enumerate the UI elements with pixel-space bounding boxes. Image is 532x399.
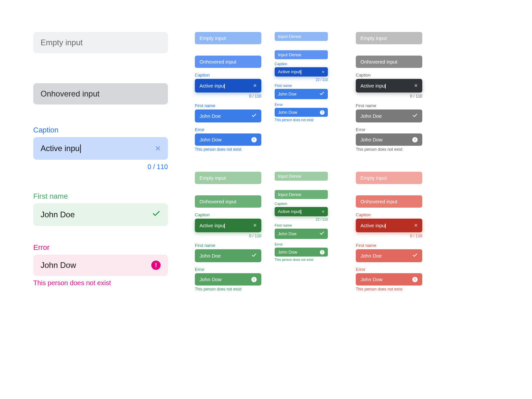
blue-variant-column: Empty input Onhovered input Caption Acti… xyxy=(195,32,261,152)
error-input[interactable]: John Dow ! xyxy=(33,255,168,276)
valid-input-label: First name xyxy=(356,103,422,108)
green-variant-column: Empty input Onhovered input Caption Acti… xyxy=(195,172,261,292)
valid-input[interactable]: John Doe xyxy=(356,249,422,262)
text-cursor-icon xyxy=(224,224,225,228)
active-input[interactable]: Active input × xyxy=(275,67,328,77)
empty-input-placeholder: Empty input xyxy=(41,38,83,47)
error-input-label: Error xyxy=(275,242,328,246)
valid-input[interactable]: John Doe xyxy=(356,109,422,122)
hovered-input[interactable]: Onhovered input xyxy=(195,195,261,208)
error-input-label: Error xyxy=(195,127,261,132)
active-input-counter: 0 / 110 xyxy=(195,94,261,99)
red-variant-column: Empty input Onhovered input Caption Acti… xyxy=(356,172,422,292)
input-placeholder: Empty input xyxy=(200,175,226,181)
hovered-input[interactable]: Onhovered input xyxy=(356,56,422,68)
active-input-value: Active input xyxy=(278,69,301,75)
error-input[interactable]: John Dow ! xyxy=(195,273,261,286)
error-icon: ! xyxy=(251,277,257,282)
clear-icon[interactable]: × xyxy=(322,209,325,214)
empty-input[interactable]: Input Dense xyxy=(275,32,328,41)
valid-input-label: First name xyxy=(195,243,261,248)
empty-input[interactable]: Empty input xyxy=(356,32,422,44)
input-placeholder: Empty input xyxy=(360,35,387,41)
valid-input[interactable]: John Doe xyxy=(195,109,261,122)
error-input[interactable]: John Dow ! xyxy=(275,248,328,257)
valid-input[interactable]: John Doe xyxy=(195,249,261,262)
active-input-label: Caption xyxy=(275,202,328,206)
valid-input-label: First name xyxy=(275,84,328,88)
error-helper-text: This person does not exist xyxy=(275,118,328,122)
valid-input-value: John Doe xyxy=(41,210,75,219)
input-placeholder: Onhovered input xyxy=(200,199,236,204)
valid-input[interactable]: John Doe xyxy=(275,89,328,99)
active-input[interactable]: Active inpu × xyxy=(33,137,168,160)
valid-input[interactable]: John Doe xyxy=(33,203,168,226)
error-helper-text: This person does not exist xyxy=(275,258,328,262)
checkmark-icon xyxy=(319,231,325,237)
large-showcase-column: Empty input Onhovered input Caption Acti… xyxy=(33,32,168,287)
error-input[interactable]: John Dow ! xyxy=(275,108,328,117)
valid-input-value: John Doe xyxy=(360,113,382,119)
error-input-label: Error xyxy=(275,102,328,106)
error-icon: ! xyxy=(320,250,325,255)
input-placeholder: Input Dense xyxy=(278,34,301,39)
error-input-value: John Dow xyxy=(278,110,297,115)
clear-icon[interactable]: × xyxy=(414,222,418,229)
valid-input-label: First name xyxy=(275,223,328,227)
active-input-value: Active inpu xyxy=(41,144,81,153)
checkmark-icon xyxy=(412,253,418,259)
active-input-label: Caption xyxy=(356,212,422,217)
active-input[interactable]: Active inpu × xyxy=(195,79,261,93)
error-icon: ! xyxy=(151,261,161,270)
checkmark-icon xyxy=(319,91,325,97)
valid-input-value: John Doe xyxy=(278,92,297,97)
valid-input-value: John Doe xyxy=(200,253,221,259)
checkmark-icon xyxy=(152,209,161,220)
active-input-value: Active inpu xyxy=(200,223,225,228)
clear-icon[interactable]: × xyxy=(414,82,418,89)
hovered-input[interactable]: Input Dense xyxy=(275,50,328,59)
error-input-group: Error John Dow ! This person does not ex… xyxy=(33,243,168,287)
empty-input[interactable]: Empty input xyxy=(195,172,261,184)
error-input-label: Error xyxy=(356,267,422,272)
hovered-input[interactable]: Onhovered input xyxy=(356,195,422,208)
error-input[interactable]: John Dow ! xyxy=(195,133,261,146)
hovered-input[interactable]: Input Dense xyxy=(275,190,328,199)
active-input[interactable]: Active inpu × xyxy=(195,219,261,232)
empty-input[interactable]: Empty input xyxy=(33,32,168,53)
valid-input-value: John Doe xyxy=(278,231,297,236)
clear-icon[interactable]: × xyxy=(155,143,161,154)
checkmark-icon xyxy=(412,113,418,119)
green-dense-column: Input Dense Input Dense Caption Active i… xyxy=(275,172,328,262)
active-input-counter: 22 / 110 xyxy=(275,78,328,82)
active-input-label: Caption xyxy=(195,73,261,78)
clear-icon[interactable]: × xyxy=(253,82,257,89)
grey-variant-column: Empty input Onhovered input Caption Acti… xyxy=(356,32,422,152)
valid-input[interactable]: John Doe xyxy=(275,229,328,239)
hovered-input-placeholder: Onhovered input xyxy=(41,89,99,99)
active-input[interactable]: Active input × xyxy=(275,207,328,216)
valid-input-label: First name xyxy=(195,103,261,108)
active-input[interactable]: Active inpu × xyxy=(356,79,422,93)
hovered-input[interactable]: Onhovered input xyxy=(195,56,261,68)
error-input[interactable]: John Dow ! xyxy=(356,133,422,146)
input-placeholder: Input Dense xyxy=(278,174,301,179)
error-input[interactable]: John Dow ! xyxy=(356,273,422,286)
empty-input[interactable]: Empty input xyxy=(195,32,261,44)
clear-icon[interactable]: × xyxy=(322,69,325,75)
input-placeholder: Input Dense xyxy=(278,192,301,197)
empty-input[interactable]: Empty input xyxy=(356,172,422,184)
clear-icon[interactable]: × xyxy=(253,222,257,229)
text-cursor-icon xyxy=(80,144,81,153)
active-input[interactable]: Active inpu × xyxy=(356,219,422,232)
error-input-label: Error xyxy=(33,243,168,252)
error-icon: ! xyxy=(320,110,325,115)
empty-input[interactable]: Input Dense xyxy=(275,172,328,181)
error-helper-text: This person does not exist xyxy=(356,147,422,152)
error-input-value: John Dow xyxy=(360,137,383,142)
error-icon: ! xyxy=(251,137,257,142)
error-input-label: Error xyxy=(195,267,261,272)
text-cursor-icon xyxy=(385,224,386,228)
active-input-label: Caption xyxy=(275,62,328,66)
hovered-input[interactable]: Onhovered input xyxy=(33,83,168,104)
